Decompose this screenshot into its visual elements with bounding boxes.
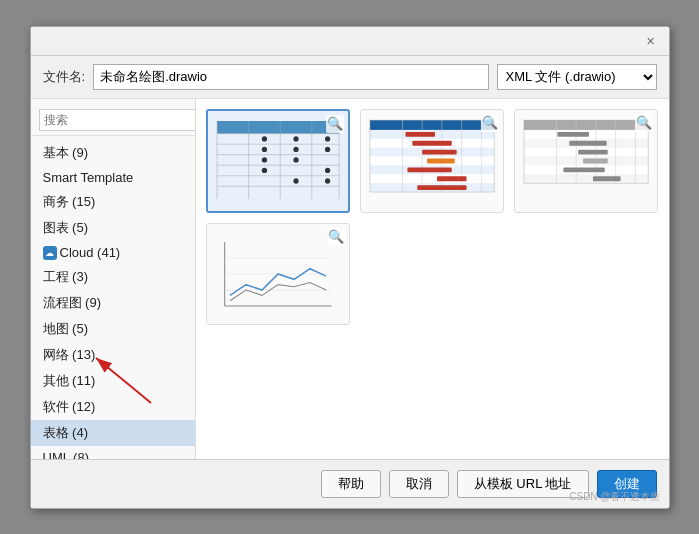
svg-rect-61 — [564, 167, 605, 172]
template-thumb-1: 🔍 — [208, 111, 348, 211]
cloud-icon: ☁ — [43, 246, 57, 260]
sidebar-item-label: 网络 (13) — [43, 347, 96, 362]
zoom-icon-2[interactable]: 🔍 — [481, 114, 499, 132]
zoom-icon-3[interactable]: 🔍 — [635, 114, 653, 132]
title-bar: × — [31, 27, 669, 56]
svg-point-23 — [324, 178, 329, 183]
search-row: 🔍 — [31, 105, 195, 136]
svg-rect-42 — [437, 176, 467, 181]
sidebar-item-label: 商务 (15) — [43, 194, 96, 209]
sidebar-items-container: 基本 (9)Smart Template商务 (15)图表 (5)☁Cloud … — [31, 140, 195, 459]
svg-point-16 — [293, 136, 298, 141]
sidebar-item-table[interactable]: 表格 (4) — [31, 420, 195, 446]
template-thumb-4: 🔍 — [207, 224, 349, 324]
zoom-icon-1[interactable]: 🔍 — [326, 115, 344, 133]
sidebar-item-label: 图表 (5) — [43, 220, 89, 235]
svg-rect-39 — [422, 149, 456, 154]
svg-rect-37 — [405, 131, 435, 136]
template-grid: 🔍 — [206, 109, 659, 325]
svg-point-14 — [261, 157, 266, 162]
template-thumb-2: 🔍 — [361, 110, 503, 210]
svg-rect-0 — [217, 121, 339, 134]
svg-rect-60 — [583, 158, 608, 163]
sidebar-item-chart[interactable]: 图表 (5) — [31, 215, 195, 241]
svg-point-20 — [324, 136, 329, 141]
sidebar-item-label: 其他 (11) — [43, 373, 96, 388]
svg-point-19 — [293, 178, 298, 183]
close-button[interactable]: × — [643, 33, 659, 49]
sidebar-item-basic[interactable]: 基本 (9) — [31, 140, 195, 166]
svg-point-18 — [293, 157, 298, 162]
cancel-button[interactable]: 取消 — [389, 470, 449, 498]
svg-rect-40 — [427, 158, 455, 163]
sidebar-item-label: Smart Template — [43, 170, 134, 185]
sidebar-item-label: 基本 (9) — [43, 145, 89, 160]
file-label: 文件名: — [43, 68, 86, 86]
file-type-select[interactable]: XML 文件 (.drawio) — [497, 64, 657, 90]
sidebar-item-network[interactable]: 网络 (13) — [31, 342, 195, 368]
svg-point-22 — [324, 167, 329, 172]
sidebar-item-other[interactable]: 其他 (11) — [31, 368, 195, 394]
svg-point-17 — [293, 146, 298, 151]
sidebar-item-label: Cloud (41) — [60, 245, 121, 260]
sidebar-item-label: UML (8) — [43, 450, 89, 458]
template-item-4[interactable]: 🔍 — [206, 223, 350, 325]
sidebar-item-business[interactable]: 商务 (15) — [31, 189, 195, 215]
file-name-input[interactable] — [93, 64, 488, 90]
file-row: 文件名: XML 文件 (.drawio) — [31, 56, 669, 99]
sidebar-item-map[interactable]: 地图 (5) — [31, 316, 195, 342]
zoom-icon-4[interactable]: 🔍 — [327, 228, 345, 246]
sidebar-item-label: 表格 (4) — [43, 425, 89, 440]
svg-rect-24 — [370, 120, 494, 130]
template-thumb-3: 🔍 — [515, 110, 657, 210]
sidebar-item-label: 软件 (12) — [43, 399, 96, 414]
template-item-1[interactable]: 🔍 — [206, 109, 350, 213]
sidebar-item-uml[interactable]: UML (8) — [31, 446, 195, 458]
content-area: 🔍 — [196, 99, 669, 459]
search-input[interactable] — [39, 109, 196, 131]
svg-point-12 — [261, 136, 266, 141]
svg-point-21 — [324, 146, 329, 151]
sidebar-item-flowchart[interactable]: 流程图 (9) — [31, 290, 195, 316]
svg-rect-58 — [570, 140, 607, 145]
template-item-3[interactable]: 🔍 — [514, 109, 658, 213]
svg-rect-45 — [524, 120, 648, 130]
svg-rect-30 — [370, 174, 494, 183]
sidebar-item-label: 工程 (3) — [43, 269, 89, 284]
sidebar-item-label: 流程图 (9) — [43, 295, 102, 310]
svg-rect-43 — [417, 185, 466, 190]
help-button[interactable]: 帮助 — [321, 470, 381, 498]
sidebar-item-smart-template[interactable]: Smart Template — [31, 166, 195, 189]
main-dialog: × 文件名: XML 文件 (.drawio) 🔍 基本 (9)Smart Te… — [30, 26, 670, 509]
svg-rect-57 — [558, 131, 590, 136]
watermark: CSDN @看不透本质 — [569, 490, 660, 504]
template-item-2[interactable]: 🔍 — [360, 109, 504, 213]
sidebar-item-software[interactable]: 软件 (12) — [31, 394, 195, 420]
sidebar-item-engineering[interactable]: 工程 (3) — [31, 264, 195, 290]
svg-point-15 — [261, 167, 266, 172]
svg-rect-62 — [593, 176, 621, 181]
sidebar: 🔍 基本 (9)Smart Template商务 (15)图表 (5)☁Clou… — [31, 99, 196, 459]
svg-point-13 — [261, 146, 266, 151]
svg-rect-38 — [412, 140, 451, 145]
sidebar-item-cloud[interactable]: ☁Cloud (41) — [31, 241, 195, 265]
main-area: 🔍 基本 (9)Smart Template商务 (15)图表 (5)☁Clou… — [31, 99, 669, 459]
sidebar-item-label: 地图 (5) — [43, 321, 89, 336]
svg-rect-59 — [578, 149, 608, 154]
svg-rect-41 — [407, 167, 451, 172]
svg-rect-51 — [524, 174, 648, 183]
